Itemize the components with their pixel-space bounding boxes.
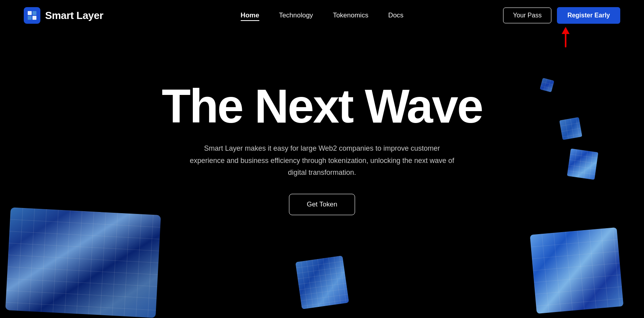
cube-decoration-bc — [295, 256, 349, 309]
logo-text: Smart Layer — [45, 9, 103, 22]
nav-actions: Your Pass Register Early — [503, 7, 620, 24]
your-pass-button[interactable]: Your Pass — [503, 8, 551, 23]
hero-title: The Next Wave — [161, 82, 482, 130]
nav-link-docs[interactable]: Docs — [388, 11, 404, 19]
logo-icon — [24, 7, 40, 24]
annotation-arrow — [560, 27, 572, 49]
cube-decoration-br — [530, 227, 624, 314]
logo[interactable]: Smart Layer — [24, 7, 103, 24]
hero-section: The Next Wave Smart Layer makes it easy … — [0, 31, 644, 215]
nav-link-technology[interactable]: Technology — [279, 11, 313, 19]
cube-decoration-bl — [5, 207, 161, 318]
register-early-button[interactable]: Register Early — [557, 7, 620, 24]
nav-link-tokenomics[interactable]: Tokenomics — [333, 11, 369, 19]
nav-link-home[interactable]: Home — [241, 11, 259, 19]
svg-marker-1 — [562, 27, 570, 34]
get-token-button[interactable]: Get Token — [289, 194, 355, 215]
hero-subtitle: Smart Layer makes it easy for large Web2… — [188, 142, 457, 179]
navbar: Smart Layer Home Technology Tokenomics D… — [0, 0, 644, 31]
nav-links: Home Technology Tokenomics Docs — [241, 11, 404, 19]
